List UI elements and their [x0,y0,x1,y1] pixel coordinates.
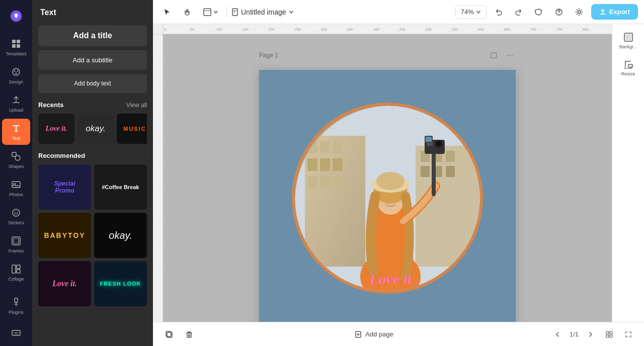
duplicate-page-button[interactable] [161,327,177,341]
svg-rect-74 [491,53,497,58]
right-panel-background[interactable]: Backgr... [615,28,642,53]
recent-item-music[interactable]: MUSIC [117,114,147,144]
sidebar-item-templates[interactable]: Templates [2,34,30,60]
help-button[interactable] [551,5,567,19]
next-icon [587,331,594,338]
page-options-button[interactable] [488,49,500,63]
canvas-area: 0 50 100 150 200 250 300 [153,24,644,322]
right-panel-resize[interactable]: Resize [615,55,642,80]
text-icon [11,123,22,134]
export-button[interactable]: Export [591,4,638,20]
redo-button[interactable] [511,5,527,19]
settings-button[interactable] [571,5,587,19]
prev-page-button[interactable] [550,328,566,341]
recent-item-love-it[interactable]: Love it. [38,114,74,144]
cursor-tool-button[interactable] [159,5,175,19]
sidebar-item-design[interactable]: Design [2,62,30,89]
divider [226,6,227,18]
recommended-grid: SpecialPromo #Coffee Break BABYTOY okay.… [38,164,147,306]
canvas-scroll-container: 0 50 100 150 200 250 300 [153,24,612,322]
svg-rect-80 [305,136,365,267]
svg-rect-17 [12,265,16,273]
svg-rect-3 [17,44,20,48]
svg-text:0: 0 [164,28,166,31]
rec-love-it2[interactable]: Love it. [38,261,91,306]
svg-text:300: 300 [321,28,327,31]
sidebar-item-keyboard[interactable] [2,323,30,342]
svg-rect-96 [446,166,455,177]
sidebar-item-frames[interactable]: Frames [2,231,30,257]
photo-icon [11,179,22,190]
rec-babytoy[interactable]: BABYTOY [38,213,91,258]
sidebar-item-label: Text [12,136,21,141]
svg-rect-16 [14,238,19,243]
sidebar-item-label: Stickers [8,220,24,225]
document-icon [231,8,239,16]
svg-rect-86 [333,158,343,171]
rec-okay2-text: okay. [109,230,132,241]
rec-coffee-break[interactable]: #Coffee Break [94,164,147,210]
canvas-page[interactable]: Love it . Love it . [259,70,516,322]
svg-point-13 [15,212,16,213]
top-ruler-bar: 0 50 100 150 200 250 300 [163,24,612,34]
add-body-button[interactable]: Add body text [38,74,147,93]
svg-rect-82 [320,141,330,153]
svg-text:350: 350 [347,28,353,31]
recents-grid: Love it. okay. MUSIC [38,114,147,144]
shield-button[interactable] [531,5,547,19]
svg-text:Love it .: Love it . [369,271,419,287]
sidebar-item-label: Collage [9,277,24,282]
svg-rect-87 [307,176,317,189]
sidebar-item-text[interactable]: Text [2,119,30,145]
view-all-link[interactable]: View all [126,102,147,109]
canvas-scroll-area[interactable]: Page 1 [163,34,612,322]
sidebar-item-stickers[interactable]: Stickers [2,203,30,229]
sidebar-item-collage[interactable]: Collage [2,260,30,286]
canvas-circle-inner: Love it . Love it . [295,106,480,291]
recent-item-okay[interactable]: okay. [77,114,114,144]
svg-rect-122 [606,335,609,337]
delete-page-button[interactable] [181,327,197,341]
sidebar-item-photos[interactable]: Photos [2,175,30,201]
document-title[interactable]: Untitled image [231,8,294,16]
sidebar-item-shapes[interactable]: Shapes [2,147,30,173]
undo-button[interactable] [491,5,507,19]
canvas-circle-frame[interactable]: Love it . Love it . [292,103,483,294]
sidebar-item-label: Upload [9,108,24,113]
layout-button[interactable] [199,5,222,19]
grid-view-button[interactable] [602,328,617,341]
svg-text:100: 100 [216,28,222,31]
export-label: Export [609,8,630,16]
rec-love-it2-text: Love it. [52,279,77,288]
add-subtitle-button[interactable]: Add a subtitle [38,50,147,70]
sidebar-item-upload[interactable]: Upload [2,91,30,117]
next-page-button[interactable] [583,328,598,341]
svg-rect-93 [446,151,455,162]
rec-fresh-look[interactable]: FRESH LOOK [94,261,147,306]
duplicate-icon [165,330,173,338]
svg-rect-83 [333,141,343,153]
add-title-button[interactable]: Add a title [38,25,147,46]
sidebar-item-plugins[interactable]: Plugins [2,293,30,319]
page-more-button[interactable] [504,49,516,63]
svg-rect-1 [17,40,20,43]
app-logo[interactable] [4,4,28,30]
rec-special-promo-text: SpecialPromo [54,180,75,195]
svg-point-27 [578,11,580,13]
bottom-right: 1/1 [550,328,636,341]
zoom-button[interactable]: 74% [455,5,487,19]
svg-rect-81 [307,141,317,153]
hand-tool-button[interactable] [179,5,195,19]
rec-okay2[interactable]: okay. [94,213,147,258]
bottom-center: Add page [350,327,397,341]
svg-rect-118 [187,333,191,337]
bottom-left [161,327,197,341]
expand-button[interactable] [621,328,636,341]
svg-rect-9 [12,152,16,156]
svg-rect-123 [610,335,612,337]
plug-icon [11,297,22,308]
add-page-button[interactable]: Add page [350,327,397,341]
canvas-photo: Love it . Love it . [295,106,480,291]
right-panel: Backgr... Resize [612,24,644,322]
rec-special-promo[interactable]: SpecialPromo [38,164,91,210]
